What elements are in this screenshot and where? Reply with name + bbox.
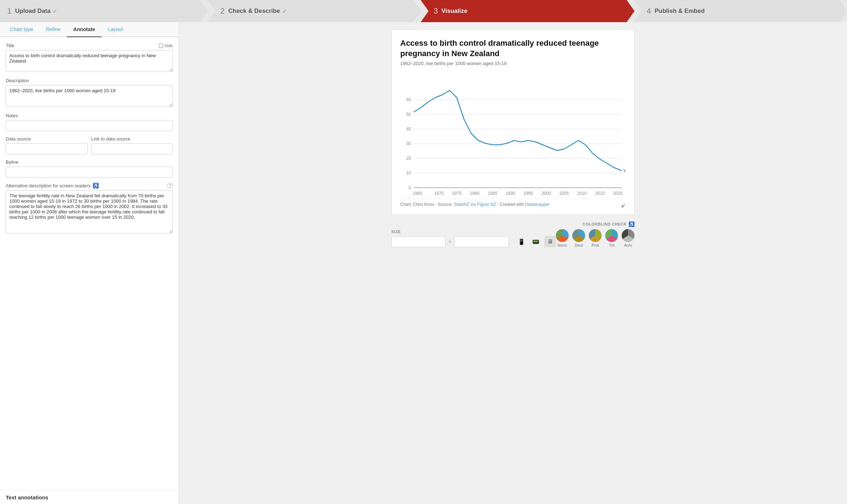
chart-svg: 0 10 20 30 40 50 60: [400, 73, 626, 195]
chart-container: Access to birth control dramatically red…: [391, 29, 635, 215]
size-control: SIZE 600 × 450 📱 📟 🖥: [391, 229, 556, 247]
colorblind-trit-circle: [605, 229, 618, 242]
svg-text:2000: 2000: [542, 191, 551, 195]
svg-text:1990: 1990: [506, 191, 515, 195]
size-x: ×: [449, 239, 451, 244]
svg-text:2020: 2020: [613, 191, 623, 195]
description-label: Description: [6, 78, 173, 83]
svg-text:30: 30: [406, 141, 411, 146]
step-check-1: ✓: [53, 8, 57, 15]
svg-text:2010: 2010: [577, 191, 587, 195]
tablet-icon[interactable]: 📟: [530, 236, 542, 247]
colorblind-trit-label: Trit: [609, 243, 614, 247]
colorblind-control: COLORBLIND CHECK ♿ Norm Deut Prot: [556, 221, 635, 247]
colorblind-deut[interactable]: Deut: [572, 229, 585, 247]
x-axis: 1965 1970 1975 1980 1985 1990 1995 2000 …: [413, 191, 623, 195]
svg-text:1975: 1975: [452, 191, 462, 195]
title-label-row: Title hide: [6, 43, 173, 48]
width-input[interactable]: 600: [391, 236, 446, 247]
byline-label: Byline: [6, 159, 173, 165]
title-input[interactable]: Access to birth control dramatically red…: [6, 50, 173, 72]
chart-subtitle: 1962–2020, live births per 1000 women ag…: [400, 61, 626, 66]
svg-text:0: 0: [408, 185, 411, 190]
chart-svg-wrapper: 0 10 20 30 40 50 60: [400, 73, 626, 196]
wizard-step-upload[interactable]: 1 Upload Data ✓: [0, 0, 208, 22]
data-source-input[interactable]: StatsNZ via Figure.NZ: [6, 143, 88, 154]
svg-text:1965: 1965: [413, 191, 422, 195]
colorblind-norm[interactable]: Norm: [556, 229, 569, 247]
y-axis: 0 10 20 30 40 50 60: [406, 97, 622, 190]
colorblind-access-icon: ♿: [628, 221, 635, 227]
svg-text:10: 10: [406, 171, 411, 176]
mobile-phone-icon[interactable]: 📱: [516, 236, 527, 247]
alt-label: Alternative description for screen reade…: [6, 183, 90, 188]
step-num-2: 2: [220, 6, 225, 16]
colorblind-prot-label: Prot: [592, 243, 599, 247]
colorblind-achr[interactable]: Achr: [622, 229, 635, 247]
series-label: Value: [623, 168, 626, 173]
chart-footer-mid: · Created with: [497, 202, 525, 207]
step-label-1: Upload Data: [15, 8, 50, 15]
byline-input[interactable]: Chris Knox: [6, 167, 173, 178]
svg-text:20: 20: [406, 156, 411, 161]
link-input[interactable]: https://figure.nz/chart/wYHy: [91, 143, 173, 154]
svg-text:1970: 1970: [434, 191, 444, 195]
svg-text:1985: 1985: [488, 191, 498, 195]
notes-input[interactable]: [6, 120, 173, 131]
title-hide-checkbox[interactable]: [159, 44, 163, 48]
annotate-form: Title hide Access to birth control drama…: [0, 37, 178, 490]
data-source-group: Data source StatsNZ via Figure.NZ: [6, 136, 88, 154]
colorblind-deut-circle: [572, 229, 585, 242]
chart-footer-text: Chart: Chris Knox · Source:: [400, 202, 454, 207]
notes-label: Notes: [6, 113, 173, 118]
colorblind-prot[interactable]: Prot: [589, 229, 602, 247]
controls-bar: SIZE 600 × 450 📱 📟 🖥 COLORBLIND CHECK ♿: [391, 221, 635, 247]
accessibility-icon: ♿: [93, 183, 99, 188]
svg-text:40: 40: [406, 127, 411, 132]
data-source-label: Data source: [6, 136, 88, 142]
source-link[interactable]: StatsNZ via Figure.NZ: [454, 202, 496, 207]
wizard-step-visualize[interactable]: 3 Visualize: [421, 0, 635, 22]
link-group: Link to data source https://figure.nz/ch…: [91, 136, 173, 154]
step-label-4: Publish & Embed: [655, 8, 705, 15]
step-check-2: ✓: [282, 8, 287, 15]
svg-text:60: 60: [406, 97, 411, 102]
colorblind-achr-circle: [622, 229, 635, 242]
title-label: Title: [6, 43, 14, 48]
wizard-step-check[interactable]: 2 Check & Describe ✓: [207, 0, 421, 22]
step-label-3: Visualize: [441, 8, 467, 15]
hide-text: hide: [165, 43, 173, 48]
chart-footer: Chart: Chris Knox · Source: StatsNZ via …: [400, 199, 626, 207]
step-num-3: 3: [434, 6, 438, 16]
description-input[interactable]: 1962–2020, live births per 1000 women ag…: [6, 85, 173, 107]
title-group: Title hide Access to birth control drama…: [6, 43, 173, 73]
hide-label-row[interactable]: hide: [159, 43, 173, 48]
colorblind-options: Norm Deut Prot Trit: [556, 229, 635, 247]
tab-refine[interactable]: Refine: [40, 22, 67, 37]
colorblind-prot-circle: [589, 229, 602, 242]
alt-help-icon[interactable]: ?: [167, 183, 173, 188]
tab-annotate[interactable]: Annotate: [67, 22, 102, 37]
colorblind-achr-label: Achr: [624, 243, 632, 247]
svg-text:1995: 1995: [524, 191, 533, 195]
wizard-step-publish[interactable]: 4 Publish & Embed: [634, 0, 847, 22]
datawrapper-link[interactable]: Datawrapper: [525, 202, 550, 207]
tab-layout[interactable]: Layout: [102, 22, 129, 37]
resize-handle-icon[interactable]: ↙: [621, 202, 626, 209]
tab-chart-type[interactable]: Chart type: [4, 22, 40, 37]
size-inputs: 600 × 450 📱 📟 🖥: [391, 236, 556, 247]
notes-group: Notes: [6, 113, 173, 131]
device-icons: 📱 📟 🖥: [516, 236, 556, 247]
colorblind-trit[interactable]: Trit: [605, 229, 618, 247]
size-label: SIZE: [391, 229, 556, 234]
right-panel: Access to birth control dramatically red…: [179, 22, 847, 504]
description-group: Description 1962–2020, live births per 1…: [6, 78, 173, 108]
desktop-icon[interactable]: 🖥: [544, 236, 556, 247]
svg-text:50: 50: [406, 112, 411, 117]
byline-group: Byline Chris Knox: [6, 159, 173, 178]
alt-input[interactable]: The teenage fertility rate in New Zealan…: [6, 190, 173, 233]
height-input[interactable]: 450: [454, 236, 509, 247]
link-label: Link to data source: [91, 136, 173, 142]
svg-text:2005: 2005: [559, 191, 569, 195]
colorblind-label-text: COLORBLIND CHECK: [583, 222, 627, 226]
